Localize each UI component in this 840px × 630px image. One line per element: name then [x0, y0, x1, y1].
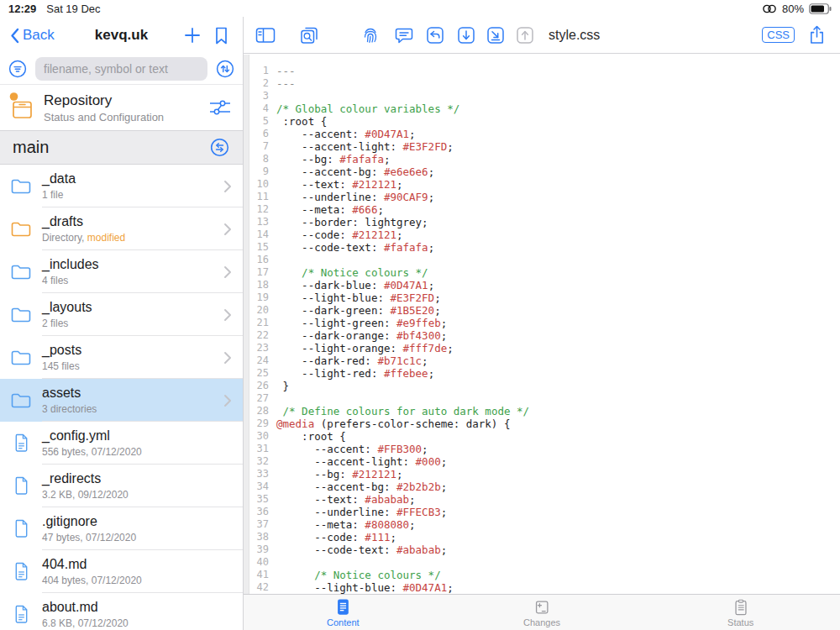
line-source: --accent-light: #E3F2FD;: [269, 140, 454, 153]
repository-row[interactable]: Repository Status and Configuration: [0, 84, 243, 130]
battery-percent: 80%: [782, 3, 804, 15]
add-button[interactable]: [184, 27, 201, 44]
line-number: 12: [250, 203, 269, 216]
file-name: assets: [42, 386, 243, 401]
editor-edge-strip: [244, 55, 249, 594]
code-line: 31 --accent: #FFB300;: [244, 443, 840, 455]
line-number: 40: [250, 556, 269, 569]
toggle-sidebar-button[interactable]: [255, 25, 276, 45]
line-number: 28: [250, 405, 269, 417]
arrow-up-square-icon: [515, 25, 535, 45]
repo-title: kevq.uk: [95, 27, 148, 44]
code-line: 32 --accent-light: #000;: [244, 455, 840, 468]
code-line: 4/* Global colour variables */: [244, 102, 840, 115]
code-line: 23 --light-orange: #fff7de;: [244, 342, 840, 354]
chevron-right-icon: [223, 308, 232, 322]
line-number: 1: [250, 65, 269, 77]
line-source: @media (prefers-color-scheme: dark) {: [269, 417, 510, 430]
code-editor[interactable]: 1---2---34/* Global colour variables */5…: [244, 55, 840, 594]
commit-graph-icon[interactable]: [208, 97, 232, 118]
line-source: --meta: #666;: [269, 203, 384, 216]
push-button-disabled[interactable]: [515, 25, 535, 45]
open-file-title: style.css: [549, 28, 600, 43]
file-row-_includes[interactable]: _includes4 files: [0, 250, 243, 293]
line-number: 41: [250, 569, 269, 581]
file-name: _includes: [42, 257, 243, 272]
file-row-.gitignore[interactable]: .gitignore47 bytes, 07/12/2020: [0, 507, 243, 550]
share-button[interactable]: [807, 24, 827, 45]
file-row-_data[interactable]: _data1 file: [0, 165, 243, 207]
line-source: --text: #ababab;: [269, 493, 416, 506]
code-line: 29@media (prefers-color-scheme: dark) {: [244, 417, 840, 430]
language-badge[interactable]: CSS: [762, 27, 795, 43]
code-line: 16: [244, 254, 840, 266]
line-number: 8: [250, 153, 269, 165]
deploy-button[interactable]: [486, 25, 506, 45]
line-source: --accent-light: #000;: [269, 455, 447, 468]
code-line: 35 --text: #ababab;: [244, 493, 840, 506]
file-detail: 404 bytes, 07/12/2020: [42, 575, 243, 586]
file-name: 404.md: [42, 557, 243, 572]
fingerprint-button[interactable]: [360, 25, 381, 45]
undo-button[interactable]: [425, 25, 445, 45]
code-line: 13 --border: lightgrey;: [244, 216, 840, 228]
file-detail: 2 files: [42, 318, 243, 329]
line-number: 25: [250, 367, 269, 380]
line-source: [269, 392, 276, 405]
filter-button[interactable]: [8, 59, 28, 79]
line-source: ---: [269, 65, 296, 77]
file-row-assets[interactable]: assets3 directories: [0, 379, 243, 422]
code-line: 15 --code-text: #fafafa;: [244, 241, 840, 254]
find-in-files-button[interactable]: [299, 25, 319, 45]
comment-icon: [394, 25, 414, 45]
tab-changes[interactable]: Changes: [443, 595, 642, 630]
code-line: 39 --code-text: #ababab;: [244, 543, 840, 556]
file-name: .gitignore: [42, 514, 243, 529]
branch-name: main: [13, 138, 49, 157]
line-number: 35: [250, 493, 269, 506]
code-line: 34 --accent-bg: #2b2b2b;: [244, 480, 840, 493]
switch-branch-button[interactable]: [209, 137, 230, 158]
folder-icon: [9, 389, 33, 412]
sidebar: Back kevq.uk Repository Status: [0, 17, 244, 630]
tab-status[interactable]: Status: [641, 595, 840, 630]
arrow-down-square-icon: [456, 25, 476, 45]
file-row-_redirects[interactable]: _redirects3.2 KB, 09/12/2020: [0, 465, 243, 507]
tab-content[interactable]: Content: [244, 595, 443, 630]
code-line: 3: [244, 90, 840, 102]
search-input[interactable]: [35, 57, 207, 81]
line-source: --bg: #212121;: [269, 468, 403, 480]
file-row-_config.yml[interactable]: _config.yml556 bytes, 07/12/2020: [0, 422, 243, 465]
comment-button[interactable]: [394, 25, 414, 45]
code-line: 25 --light-red: #ffebee;: [244, 367, 840, 380]
file-detail: 556 bytes, 07/12/2020: [42, 446, 243, 458]
working-copy-app: 12:29 Sat 19 Dec 80% Back kevq.uk: [0, 0, 840, 630]
file-detail: 4 files: [42, 275, 243, 286]
search-row: [0, 54, 243, 84]
line-number: 11: [250, 191, 269, 203]
code-line: 27: [244, 392, 840, 405]
line-source: }: [269, 380, 289, 392]
file-row-_layouts[interactable]: _layouts2 files: [0, 293, 243, 336]
file-row-404.md[interactable]: 404.md404 bytes, 07/12/2020: [0, 550, 243, 593]
line-source: --accent-bg: #e6e6e6;: [269, 165, 434, 178]
bookmark-button[interactable]: [214, 27, 228, 45]
back-button[interactable]: Back: [10, 27, 55, 44]
line-source: --accent-bg: #2b2b2b;: [269, 480, 447, 493]
line-source: --underline: #FFECB3;: [269, 506, 447, 518]
chevron-right-icon: [223, 394, 232, 407]
swap-arrows-icon: [209, 137, 230, 158]
line-number: 27: [250, 392, 269, 405]
file-row-_drafts[interactable]: _draftsDirectory, modified: [0, 207, 243, 250]
pull-button[interactable]: [456, 25, 476, 45]
file-row-_posts[interactable]: _posts145 files: [0, 336, 243, 379]
line-number: 4: [250, 102, 269, 115]
line-source: /* Notice colours */: [269, 266, 428, 279]
line-source: --light-green: #e9ffeb;: [269, 317, 447, 329]
chevron-right-icon: [223, 180, 232, 193]
file-name: _posts: [42, 343, 243, 358]
line-source: --accent: #FFB300;: [269, 443, 428, 455]
sort-button[interactable]: [215, 59, 235, 79]
file-row-about.md[interactable]: about.md6.8 KB, 07/12/2020: [0, 593, 243, 630]
line-number: 13: [250, 216, 269, 228]
